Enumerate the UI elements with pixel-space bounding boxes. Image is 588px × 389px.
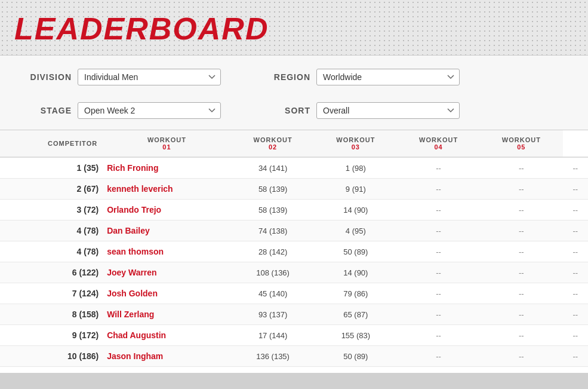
- name-cell: Will Zerlang: [102, 304, 232, 325]
- col-workout02: WORKOUT 02: [232, 130, 315, 157]
- sort-select[interactable]: Overall Workout 01 Workout 02 Workout 03…: [316, 102, 460, 119]
- table-row: 10 (186)Jason Ingham136 (135)50 (89)----…: [0, 346, 588, 367]
- stage-label: STAGE: [18, 106, 72, 115]
- workout01-cell: 45 (140): [232, 283, 315, 304]
- sort-row: SORT Overall Workout 01 Workout 02 Worko…: [257, 102, 460, 119]
- workout05-cell: --: [563, 283, 588, 304]
- workout04-cell: --: [480, 304, 563, 325]
- workout04-cell: --: [480, 157, 563, 179]
- rank-cell: 10 (186): [0, 346, 102, 367]
- workout03-cell: --: [397, 325, 480, 346]
- name-cell: Orlando Trejo: [102, 200, 232, 220]
- table-row: 6 (122)Joey Warren108 (136)14 (90)------: [0, 262, 588, 283]
- name-cell: Josh Golden: [102, 283, 232, 304]
- filters-left: DIVISION Individual Men Individual Women…: [18, 69, 221, 119]
- workout03-cell: --: [397, 157, 480, 179]
- name-cell: Chad Augustin: [102, 325, 232, 346]
- workout02-cell: 9 (91): [314, 179, 397, 200]
- workout05-cell: --: [563, 262, 588, 283]
- division-select[interactable]: Individual Men Individual Women Masters …: [78, 69, 221, 85]
- name-cell: Dan Bailey: [102, 220, 232, 241]
- workout03-cell: --: [397, 304, 480, 325]
- table-row: 3 (72)Orlando Trejo58 (139)14 (90)------: [0, 200, 588, 220]
- rank-cell: 8 (158): [0, 304, 102, 325]
- workout03-cell: --: [397, 283, 480, 304]
- name-cell: Rich Froning: [102, 157, 232, 179]
- rank-cell: 3 (72): [0, 200, 102, 220]
- division-label: DIVISION: [18, 72, 72, 82]
- workout02-cell: 4 (95): [314, 220, 397, 241]
- workout01-cell: 136 (135): [232, 346, 315, 367]
- table-header-row: COMPETITOR WORKOUT 01 WORKOUT 02 WORKOUT…: [0, 130, 588, 157]
- table-row: 4 (78)sean thomson28 (142)50 (89)------: [0, 241, 588, 262]
- workout05-cell: --: [563, 346, 588, 367]
- header-section: LEADERBOARD: [0, 0, 588, 56]
- rank-cell: 6 (122): [0, 262, 102, 283]
- workout02-cell: 50 (89): [314, 241, 397, 262]
- workout02-cell: 50 (89): [314, 346, 397, 367]
- workout01-cell: 74 (138): [232, 220, 315, 241]
- workout04-cell: --: [480, 220, 563, 241]
- stage-select[interactable]: Open Week 1 Open Week 2 Open Week 3 Open…: [78, 102, 221, 119]
- workout04-cell: --: [480, 346, 563, 367]
- table-row: 1 (35)Rich Froning34 (141)1 (98)------: [0, 157, 588, 179]
- table-row: 7 (124)Josh Golden45 (140)79 (86)------: [0, 283, 588, 304]
- name-cell: Jason Ingham: [102, 346, 232, 367]
- workout04-cell: --: [480, 179, 563, 200]
- workout03-cell: --: [397, 220, 480, 241]
- filters-right: REGION Worldwide North America Europe Pa…: [257, 69, 460, 119]
- workout03-cell: --: [397, 200, 480, 220]
- col-workout04: WORKOUT 04: [397, 130, 480, 157]
- sort-label: SORT: [257, 106, 310, 115]
- workout04-cell: --: [480, 283, 563, 304]
- workout03-cell: --: [397, 346, 480, 367]
- rank-cell: 1 (35): [0, 157, 102, 179]
- col-competitor: COMPETITOR: [0, 130, 102, 157]
- col-workout05: WORKOUT 05: [480, 130, 563, 157]
- region-row: REGION Worldwide North America Europe Pa…: [257, 69, 460, 85]
- workout02-cell: 155 (83): [314, 325, 397, 346]
- rank-cell: 9 (172): [0, 325, 102, 346]
- rank-cell: 7 (124): [0, 283, 102, 304]
- workout01-cell: 58 (139): [232, 179, 315, 200]
- division-row: DIVISION Individual Men Individual Women…: [18, 69, 221, 85]
- workout03-cell: --: [397, 241, 480, 262]
- workout01-cell: 17 (144): [232, 325, 315, 346]
- table-row: 9 (172)Chad Augustin17 (144)155 (83)----…: [0, 325, 588, 346]
- table-row: 2 (67)kenneth leverich58 (139)9 (91)----…: [0, 179, 588, 200]
- stage-row: STAGE Open Week 1 Open Week 2 Open Week …: [18, 102, 221, 119]
- workout02-cell: 1 (98): [314, 157, 397, 179]
- name-cell: kenneth leverich: [102, 179, 232, 200]
- workout05-cell: --: [563, 220, 588, 241]
- table-row: 8 (158)Will Zerlang93 (137)65 (87)------: [0, 304, 588, 325]
- workout04-cell: --: [480, 262, 563, 283]
- region-label: REGION: [257, 72, 310, 82]
- region-select[interactable]: Worldwide North America Europe Pacific L…: [316, 69, 460, 85]
- workout05-cell: --: [563, 304, 588, 325]
- workout01-cell: 28 (142): [232, 241, 315, 262]
- workout05-cell: --: [563, 200, 588, 220]
- workout05-cell: --: [563, 157, 588, 179]
- table-container: COMPETITOR WORKOUT 01 WORKOUT 02 WORKOUT…: [0, 130, 588, 373]
- leaderboard-table: COMPETITOR WORKOUT 01 WORKOUT 02 WORKOUT…: [0, 130, 588, 367]
- page-title: LEADERBOARD: [14, 11, 574, 47]
- filters-section: DIVISION Individual Men Individual Women…: [0, 56, 588, 130]
- workout02-cell: 65 (87): [314, 304, 397, 325]
- workout02-cell: 14 (90): [314, 262, 397, 283]
- workout01-cell: 93 (137): [232, 304, 315, 325]
- workout04-cell: --: [480, 241, 563, 262]
- name-cell: Joey Warren: [102, 262, 232, 283]
- workout04-cell: --: [480, 325, 563, 346]
- workout05-cell: --: [563, 241, 588, 262]
- workout01-cell: 34 (141): [232, 157, 315, 179]
- workout04-cell: --: [480, 200, 563, 220]
- rank-cell: 2 (67): [0, 179, 102, 200]
- col-workout01: WORKOUT 01: [102, 130, 232, 157]
- name-cell: sean thomson: [102, 241, 232, 262]
- workout03-cell: --: [397, 179, 480, 200]
- workout02-cell: 14 (90): [314, 200, 397, 220]
- workout05-cell: --: [563, 179, 588, 200]
- workout02-cell: 79 (86): [314, 283, 397, 304]
- workout05-cell: --: [563, 325, 588, 346]
- rank-cell: 4 (78): [0, 220, 102, 241]
